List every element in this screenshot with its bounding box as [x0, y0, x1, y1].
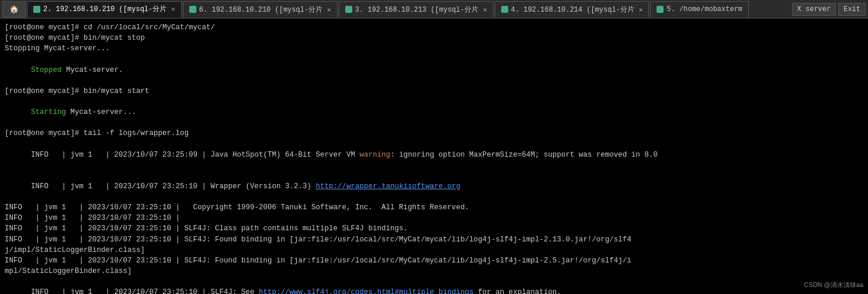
terminal-wrapper: [root@one mycat]# cd /usr/local/src/MyCa… [0, 19, 868, 294]
terminal-line-7: [root@one mycat]# tail -f logs/wrapper.l… [5, 128, 863, 139]
tab-3[interactable]: 3. 192.168.10.213 ([mysql-分片 ✕ [339, 1, 494, 18]
terminal-line-13: INFO | jvm 1 | 2023/10/07 23:25:10 | SLF… [5, 234, 863, 245]
stopped-word: Stopped [31, 66, 62, 74]
line8-post: : ignoring option MaxPermSize=64M; suppo… [390, 151, 658, 159]
terminal-line-11: INFO | jvm 1 | 2023/10/07 23:25:10 | [5, 213, 863, 223]
line17-pre: INFO | jvm 1 | 2023/10/07 23:25:10 | SLF… [31, 288, 259, 294]
tab-close-4[interactable]: ✕ [639, 6, 643, 13]
tab-label-3: 3. 192.168.10.213 ([mysql-分片 [355, 5, 478, 15]
watermark: CSDN @清水淡味aa [804, 281, 863, 289]
tab-2[interactable]: 2. 192.168.10.210 ([mysql-分片 ✕ [27, 1, 182, 18]
slf4j-link: http://www.slf4j.org/codes.html#multiple… [259, 288, 474, 294]
terminal-line-1: [root@one mycat]# cd /usr/local/src/MyCa… [5, 22, 863, 33]
tab-icon-6 [189, 6, 196, 13]
tab-label-4: 4. 192.168.10.214 ([mysql-分片 [511, 5, 634, 15]
exit-button[interactable]: Exit [838, 3, 866, 16]
terminal[interactable]: [root@one mycat]# cd /usr/local/src/MyCa… [0, 19, 868, 294]
terminal-line-5: [root@one mycat]# bin/mycat start [5, 86, 863, 96]
tab-label-5: 5. /home/mobaxterm [666, 5, 742, 13]
tab-icon-4 [501, 6, 508, 13]
terminal-line-3: Stopping Mycat-server... [5, 43, 863, 54]
line9-pre: INFO | jvm 1 | 2023/10/07 23:25:10 | Wra… [31, 182, 316, 191]
tab-close-3[interactable]: ✕ [483, 6, 487, 13]
tab-icon-5 [657, 6, 664, 13]
terminal-line-4: Stopped Mycat-server. [5, 54, 863, 85]
terminal-line-12: INFO | jvm 1 | 2023/10/07 23:25:10 | SLF… [5, 223, 863, 234]
home-tab[interactable]: 🏠 [2, 1, 26, 18]
terminal-line-17: INFO | jvm 1 | 2023/10/07 23:25:10 | SLF… [5, 276, 863, 294]
terminal-line-2: [root@one mycat]# bin/mycat stop [5, 33, 863, 43]
terminal-line-6: Starting Mycat-server... [5, 96, 863, 128]
starting-word: Starting [31, 108, 66, 116]
terminal-line-14: j/impl/StaticLoggerBinder.class] [5, 245, 863, 255]
terminal-line-10: INFO | jvm 1 | 2023/10/07 23:25:10 | Cop… [5, 202, 863, 213]
wrapper-link: http://wrapper.tanukisoftware.org [316, 182, 461, 191]
tab-label-6: 6. 192.168.10.210 ([mysql-分片 [199, 5, 322, 15]
tab-icon-2 [33, 6, 40, 13]
tab-6[interactable]: 6. 192.168.10.210 ([mysql-分片 ✕ [183, 1, 338, 18]
tab-close-2[interactable]: ✕ [171, 5, 175, 13]
tab-bar: 🏠 2. 192.168.10.210 ([mysql-分片 ✕ 6. 192.… [0, 0, 868, 19]
line8-pre: INFO | jvm 1 | 2023/10/07 23:25:09 | Jav… [31, 151, 360, 159]
warning-word: warning [360, 151, 391, 159]
stopped-rest: Mycat-server. [62, 66, 123, 74]
tab-label-2: 2. 192.168.10.210 ([mysql-分片 [43, 4, 166, 14]
starting-rest: Mycat-server... [66, 108, 136, 116]
home-icon: 🏠 [9, 5, 19, 14]
terminal-line-8: INFO | jvm 1 | 2023/10/07 23:25:09 | Jav… [5, 139, 863, 170]
line17-post: for an explanation. [474, 288, 561, 294]
x-server-button[interactable]: X server [792, 3, 836, 16]
terminal-line-16: mpl/StaticLoggerBinder.class] [5, 266, 863, 276]
terminal-line-9: INFO | jvm 1 | 2023/10/07 23:25:10 | Wra… [5, 171, 863, 202]
tab-close-6[interactable]: ✕ [327, 6, 331, 13]
tab-actions: X server Exit [792, 3, 866, 16]
tab-icon-3 [345, 6, 352, 13]
terminal-line-15: INFO | jvm 1 | 2023/10/07 23:25:10 | SLF… [5, 255, 863, 266]
tab-4[interactable]: 4. 192.168.10.214 ([mysql-分片 ✕ [495, 1, 650, 18]
tab-5[interactable]: 5. /home/mobaxterm [650, 1, 749, 18]
